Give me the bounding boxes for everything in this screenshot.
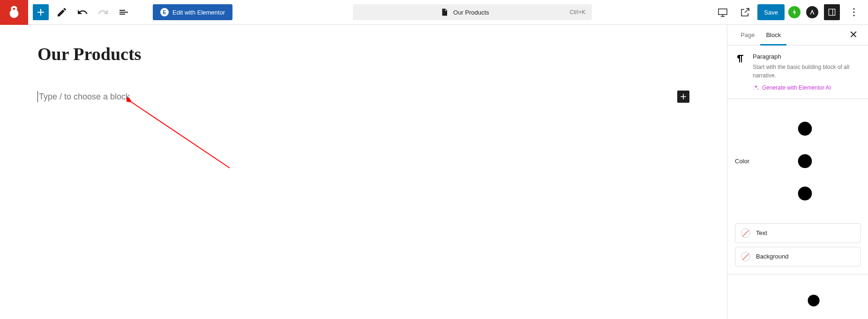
settings-sidebar: Page Block Paragraph Start with the basi… <box>727 25 868 319</box>
color-text-button[interactable]: Text <box>735 223 861 243</box>
redo-button[interactable] <box>94 3 112 22</box>
options-button[interactable] <box>845 3 863 22</box>
block-placeholder[interactable]: Type / to choose a block <box>37 91 130 102</box>
site-logo[interactable] <box>0 0 28 25</box>
color-swatch-empty <box>741 228 750 238</box>
svg-point-6 <box>798 187 812 201</box>
editor-canvas[interactable]: Our Products Type / to choose a block <box>0 25 727 319</box>
generate-ai-link[interactable]: Generate with Elementor AI <box>753 84 861 91</box>
tab-page[interactable]: Page <box>735 25 760 45</box>
edit-with-elementor-button[interactable]: E Edit with Elementor <box>153 4 232 20</box>
svg-point-4 <box>798 122 812 136</box>
typography-panel-header[interactable]: Typography <box>727 274 868 319</box>
more-vertical-icon[interactable] <box>767 281 861 319</box>
elementor-icon: E <box>160 8 169 16</box>
document-overview-button[interactable] <box>114 3 133 22</box>
sidebar-close-button[interactable] <box>846 27 861 43</box>
block-type-title: Paragraph <box>753 53 861 60</box>
undo-button[interactable] <box>73 3 92 22</box>
save-button[interactable]: Save <box>757 4 785 20</box>
view-site-button[interactable] <box>736 3 755 22</box>
add-block-inline-button[interactable] <box>677 91 689 103</box>
elementor-label: Edit with Elementor <box>172 9 225 16</box>
svg-line-3 <box>130 101 230 168</box>
svg-point-5 <box>798 154 812 168</box>
tools-button[interactable] <box>52 3 71 22</box>
page-icon <box>440 8 449 16</box>
tab-block[interactable]: Block <box>760 25 786 45</box>
arrow-annotation <box>127 98 234 173</box>
page-title[interactable]: Our Products <box>37 44 689 64</box>
more-vertical-icon[interactable] <box>749 106 861 217</box>
color-background-button[interactable]: Background <box>735 247 861 266</box>
svg-point-0 <box>853 8 854 9</box>
jetpack-icon[interactable] <box>788 6 801 18</box>
svg-point-1 <box>853 11 854 13</box>
color-swatch-empty <box>741 252 750 261</box>
block-type-description: Start with the basic building block of a… <box>753 63 861 80</box>
top-toolbar: E Edit with Elementor Our Products Ctrl+… <box>0 0 868 25</box>
shortcut-label: Ctrl+K <box>569 9 585 15</box>
svg-point-2 <box>853 15 854 16</box>
sidebar-tabs: Page Block <box>727 25 868 46</box>
color-panel-header[interactable]: Color <box>727 99 868 223</box>
sidebar-toggle-button[interactable] <box>824 4 840 20</box>
view-desktop-button[interactable] <box>713 3 732 22</box>
svg-point-7 <box>808 295 819 306</box>
astra-icon[interactable] <box>806 6 818 18</box>
document-title-bar[interactable]: Our Products Ctrl+K <box>353 4 592 20</box>
document-title: Our Products <box>453 9 489 16</box>
paragraph-icon <box>735 53 746 91</box>
add-block-toolbar-button[interactable] <box>33 4 49 20</box>
